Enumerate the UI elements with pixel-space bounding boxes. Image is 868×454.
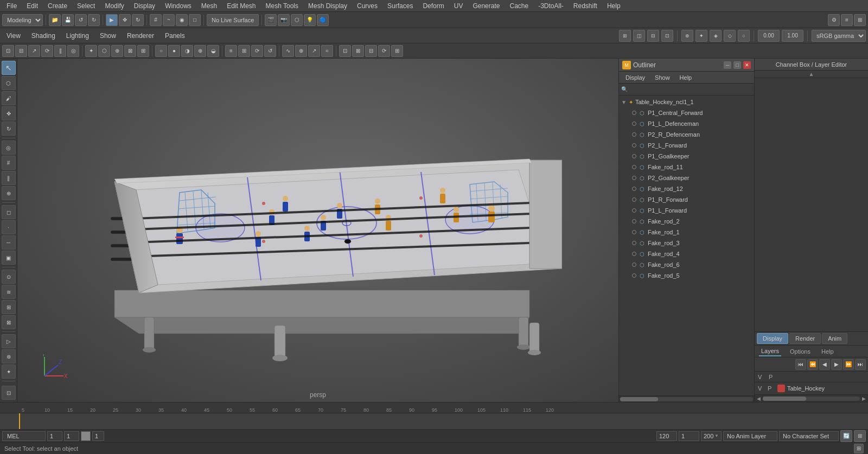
outliner-item-12[interactable]: ⬡Fake_rod_1 xyxy=(619,227,754,238)
range-start-field[interactable]: 1 xyxy=(679,431,699,441)
menu-mesh[interactable]: Mesh xyxy=(197,1,221,11)
outliner-item-16[interactable]: ⬡Fake_rod_5 xyxy=(619,270,754,281)
renderer-menu[interactable]: Renderer xyxy=(123,31,158,41)
paint-tool[interactable]: 🖌 xyxy=(2,91,16,105)
channel-right-arrow[interactable]: ▶ xyxy=(860,396,868,401)
out-menu-help[interactable]: Help xyxy=(675,73,697,82)
measure[interactable]: ⊕ xyxy=(2,186,16,200)
shading-menu[interactable]: Shading xyxy=(27,31,60,41)
view-menu[interactable]: View xyxy=(2,31,25,41)
layer-btn-next-next[interactable]: ⏭ xyxy=(855,359,866,370)
tab-display[interactable]: Display xyxy=(757,333,788,344)
tool9[interactable]: ⊕ xyxy=(111,45,123,57)
rotate-tool[interactable]: ↻ xyxy=(132,14,144,26)
outliner-item-2[interactable]: ⬡P1_L_Defenceman xyxy=(619,118,754,129)
sculpt-tool[interactable]: ⊙ xyxy=(2,270,16,284)
script-icon[interactable]: ⊞ xyxy=(854,444,864,453)
vp-icon8[interactable]: ◇ xyxy=(724,30,736,42)
vp-icon3[interactable]: ⊟ xyxy=(647,30,659,42)
undo-btn[interactable]: ↺ xyxy=(75,14,87,26)
component-mode[interactable]: ◻ xyxy=(2,205,16,219)
tab-render[interactable]: Render xyxy=(789,333,821,344)
edge-mode[interactable]: ─ xyxy=(2,235,16,250)
extra-btn3[interactable]: ⊞ xyxy=(854,14,866,26)
layer-v-btn[interactable]: V xyxy=(758,385,765,392)
layer-btn-fwd[interactable]: ▶ xyxy=(831,359,842,370)
tool8[interactable]: ⬡ xyxy=(98,45,110,57)
char-set-icon1[interactable]: 🔄 xyxy=(840,430,852,442)
tool10[interactable]: ⊠ xyxy=(124,45,136,57)
menu-surfaces[interactable]: Surfaces xyxy=(383,1,417,11)
menu-windows[interactable]: Windows xyxy=(161,1,196,11)
snap-point[interactable]: ◉ xyxy=(176,14,188,26)
subtab-options[interactable]: Options xyxy=(788,347,813,356)
menu-generate[interactable]: Generate xyxy=(468,1,504,11)
menu-edit[interactable]: Edit xyxy=(22,1,42,11)
tool2[interactable]: ⊟ xyxy=(15,45,27,57)
menu-display[interactable]: Display xyxy=(130,1,159,11)
outliner-close[interactable]: ✕ xyxy=(743,61,751,69)
tool22[interactable]: ⊕ xyxy=(295,45,307,57)
menu-3dtoall[interactable]: -3DtoAll- xyxy=(534,1,568,11)
menu-curves[interactable]: Curves xyxy=(353,1,382,11)
char-set-icon2[interactable]: ⊞ xyxy=(854,430,866,442)
face-mode[interactable]: ▣ xyxy=(2,251,16,265)
vp-icon4[interactable]: ⊡ xyxy=(661,30,673,42)
outliner-item-8[interactable]: ⬡Fake_rod_12 xyxy=(619,183,754,194)
tool16[interactable]: ◒ xyxy=(207,45,219,57)
out-menu-show[interactable]: Show xyxy=(650,73,674,82)
menu-uv[interactable]: UV xyxy=(450,1,468,11)
relax-tool[interactable]: ⊞ xyxy=(2,300,16,314)
snap-surface[interactable]: □ xyxy=(189,14,201,26)
snap-to-grid[interactable]: # xyxy=(2,156,16,170)
tool7[interactable]: ✦ xyxy=(85,45,97,57)
out-menu-display[interactable]: Display xyxy=(621,73,649,82)
menu-select[interactable]: Select xyxy=(73,1,99,11)
tool5[interactable]: ∥ xyxy=(54,45,66,57)
lighting-menu[interactable]: Lighting xyxy=(62,31,93,41)
vp-icon5[interactable]: ⊕ xyxy=(681,30,693,42)
select-arrow-tool[interactable]: ↖ xyxy=(2,61,16,75)
coord-btn[interactable]: 0.00 xyxy=(758,30,780,42)
save-btn[interactable]: 💾 xyxy=(62,14,74,26)
snap-grid[interactable]: # xyxy=(150,14,162,26)
outliner-maximize[interactable]: □ xyxy=(733,61,741,69)
channel-left-arrow[interactable]: ◀ xyxy=(755,396,763,401)
light-btn[interactable]: 💡 xyxy=(304,14,316,26)
tool3[interactable]: ↗ xyxy=(28,45,40,57)
rotate-tool-left[interactable]: ↻ xyxy=(2,122,16,136)
open-btn[interactable]: 📁 xyxy=(49,14,61,26)
vertex-mode[interactable]: · xyxy=(2,220,16,234)
channel-hscroll-thumb[interactable] xyxy=(763,397,806,401)
menu-mesh-display[interactable]: Mesh Display xyxy=(304,1,352,11)
layer-btn-next[interactable]: ⏩ xyxy=(843,359,854,370)
channel-expand[interactable]: ▲ xyxy=(755,71,868,78)
tool23[interactable]: ↗ xyxy=(308,45,320,57)
move-tool[interactable]: ✥ xyxy=(119,14,131,26)
tool21[interactable]: ∿ xyxy=(282,45,294,57)
tool6[interactable]: ◎ xyxy=(67,45,79,57)
outliner-item-11[interactable]: ⬡Fake_rod_2 xyxy=(619,216,754,227)
menu-deform[interactable]: Deform xyxy=(418,1,448,11)
outliner-item-7[interactable]: ⬡P2_Goalkeeper xyxy=(619,172,754,183)
snap-curve[interactable]: ~ xyxy=(163,14,175,26)
outliner-item-3[interactable]: ⬡P2_R_Defenceman xyxy=(619,129,754,140)
menu-modify[interactable]: Modify xyxy=(100,1,128,11)
misc-tool[interactable]: ⊡ xyxy=(2,386,16,400)
outliner-search[interactable] xyxy=(628,86,752,93)
range-end-field[interactable]: 200 ▼ xyxy=(701,431,722,441)
vp-icon7[interactable]: ◈ xyxy=(710,30,722,42)
tool29[interactable]: ⊞ xyxy=(391,45,403,57)
frame-val-field[interactable] xyxy=(92,431,104,441)
tool19[interactable]: ⟳ xyxy=(251,45,263,57)
rig-btn[interactable]: ⊛ xyxy=(2,349,16,363)
extra-btn2[interactable]: ≡ xyxy=(841,14,853,26)
tool26[interactable]: ⊠ xyxy=(352,45,364,57)
outliner-root-item[interactable]: ▼ ✦ Table_Hockey_ncl1_1 xyxy=(619,97,754,107)
menu-cache[interactable]: Cache xyxy=(505,1,533,11)
tool25[interactable]: ⊡ xyxy=(339,45,351,57)
timeline-ruler[interactable]: 5 10 15 20 25 30 35 40 45 50 55 60 65 70… xyxy=(0,402,868,413)
tool1[interactable]: ⊡ xyxy=(2,45,14,57)
no-char-set-field[interactable]: No Character Set xyxy=(779,431,839,441)
show-menu[interactable]: Show xyxy=(95,31,120,41)
